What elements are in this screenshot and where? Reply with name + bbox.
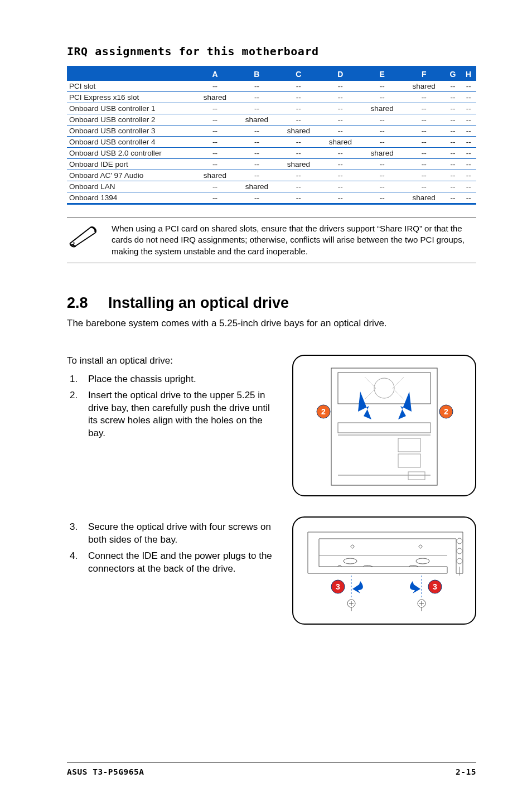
table-cell: -- <box>403 170 445 181</box>
table-cell: shared <box>403 81 445 92</box>
callout-3-right: 3 <box>433 582 437 591</box>
table-cell: -- <box>236 137 278 148</box>
section-title: Installing an optical drive <box>108 294 289 311</box>
table-row-label: Onboard USB controller 2 <box>67 114 194 125</box>
note-icon <box>67 223 101 252</box>
table-row-label: Onboard USB 2.0 controller <box>67 148 194 159</box>
table-cell: -- <box>278 170 320 181</box>
table-cell: -- <box>320 148 361 159</box>
table-cell: -- <box>403 137 445 148</box>
table-cell: -- <box>461 170 476 181</box>
table-row: Onboard 1394----------shared---- <box>67 192 476 204</box>
table-row-label: PCI Express x16 slot <box>67 92 194 103</box>
table-cell: -- <box>445 148 461 159</box>
svg-rect-8 <box>408 472 425 480</box>
table-cell: -- <box>445 92 461 103</box>
table-cell: -- <box>194 192 236 204</box>
table-row-label: PCI slot <box>67 81 194 92</box>
table-cell: -- <box>236 125 278 137</box>
table-cell: -- <box>461 137 476 148</box>
table-cell: -- <box>445 137 461 148</box>
table-cell: -- <box>194 181 236 192</box>
table-cell: -- <box>445 159 461 170</box>
figure-2: 3 3 <box>292 516 476 625</box>
table-cell: -- <box>236 81 278 92</box>
table-row: PCI slot----------shared---- <box>67 81 476 92</box>
table-cell: -- <box>445 125 461 137</box>
table-cell: -- <box>278 137 320 148</box>
step-list-1: Place the chassis upright.Insert the opt… <box>67 373 281 441</box>
svg-rect-5 <box>398 438 420 452</box>
note-box: When using a PCI card on shared slots, e… <box>67 217 476 263</box>
svg-point-13 <box>419 545 422 548</box>
table-cell: shared <box>320 137 361 148</box>
table-row: Onboard USB controller 1--------shared--… <box>67 103 476 114</box>
table-cell: -- <box>236 103 278 114</box>
table-row: Onboard IDE port----shared---------- <box>67 159 476 170</box>
table-cell: -- <box>278 92 320 103</box>
table-cell: -- <box>194 81 236 92</box>
table-header-col: C <box>278 67 320 81</box>
table-row-label: Onboard IDE port <box>67 159 194 170</box>
table-row: Onboard USB controller 3----shared------… <box>67 125 476 137</box>
table-cell: -- <box>445 114 461 125</box>
table-cell: -- <box>194 159 236 170</box>
table-cell: -- <box>278 114 320 125</box>
table-cell: -- <box>445 181 461 192</box>
table-cell: -- <box>461 114 476 125</box>
table-row-label: Onboard USB controller 3 <box>67 125 194 137</box>
table-header-col: B <box>236 67 278 81</box>
table-cell: -- <box>445 192 461 204</box>
table-row-label: Onboard USB controller 4 <box>67 137 194 148</box>
table-cell: -- <box>320 114 361 125</box>
step-item: Secure the optical drive with four screw… <box>80 521 281 547</box>
table-cell: -- <box>461 92 476 103</box>
callout-2-right: 2 <box>444 407 448 416</box>
table-cell: shared <box>278 159 320 170</box>
table-cell: -- <box>403 181 445 192</box>
svg-point-15 <box>416 558 429 564</box>
table-cell: shared <box>236 181 278 192</box>
table-header-col: E <box>361 67 403 81</box>
table-row: Onboard USB controller 2--shared--------… <box>67 114 476 125</box>
table-cell: -- <box>445 103 461 114</box>
step-item: Insert the optical drive to the upper 5.… <box>80 389 281 441</box>
table-header-col: A <box>194 67 236 81</box>
table-cell: shared <box>403 192 445 204</box>
table-cell: -- <box>403 125 445 137</box>
table-cell: -- <box>361 81 403 92</box>
step-list-2: Secure the optical drive with four screw… <box>67 521 281 576</box>
table-header-col: H <box>461 67 476 81</box>
table-cell: -- <box>461 159 476 170</box>
table-cell: shared <box>236 114 278 125</box>
callout-3-left: 3 <box>336 582 340 591</box>
table-cell: -- <box>320 159 361 170</box>
table-cell: -- <box>361 125 403 137</box>
figure-1: 2 2 <box>292 355 476 496</box>
table-cell: -- <box>278 103 320 114</box>
table-header-col: F <box>403 67 445 81</box>
steps-intro: To install an optical drive: <box>67 355 281 368</box>
table-cell: -- <box>278 148 320 159</box>
table-cell: -- <box>236 192 278 204</box>
table-cell: -- <box>461 125 476 137</box>
table-cell: -- <box>461 192 476 204</box>
table-cell: shared <box>361 148 403 159</box>
table-cell: -- <box>461 148 476 159</box>
table-cell: -- <box>403 148 445 159</box>
table-cell: -- <box>403 92 445 103</box>
table-cell: -- <box>194 114 236 125</box>
table-cell: -- <box>194 137 236 148</box>
svg-rect-0 <box>331 368 437 485</box>
table-cell: shared <box>278 125 320 137</box>
table-header-blank <box>67 67 194 81</box>
step-item: Connect the IDE and the power plugs to t… <box>80 550 281 576</box>
table-cell: -- <box>236 92 278 103</box>
table-header-col: D <box>320 67 361 81</box>
table-cell: -- <box>361 192 403 204</box>
table-cell: -- <box>236 170 278 181</box>
table-cell: -- <box>320 81 361 92</box>
svg-point-12 <box>351 545 354 548</box>
table-row-label: Onboard AC' 97 Audio <box>67 170 194 181</box>
svg-point-18 <box>457 558 462 564</box>
